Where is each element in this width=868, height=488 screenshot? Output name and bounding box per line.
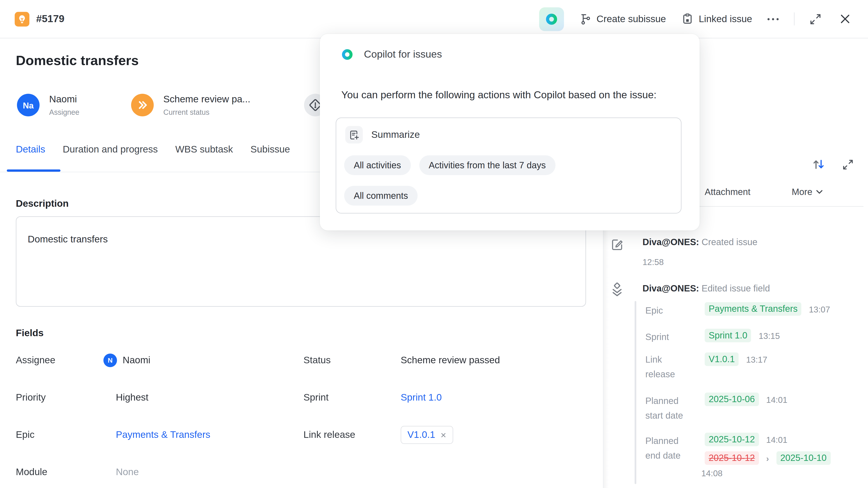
change-chip: Sprint 1.0 bbox=[705, 329, 751, 342]
field-value-link-release: V1.0.1 ✕ bbox=[401, 426, 586, 444]
release-tag-remove-icon[interactable]: ✕ bbox=[440, 431, 446, 439]
change-label-planned-end: Planned end date bbox=[645, 434, 694, 463]
panel-expand-button[interactable] bbox=[839, 156, 856, 173]
field-label-status: Status bbox=[304, 355, 401, 366]
change-time: 13:07 bbox=[809, 304, 830, 314]
field-value-sprint: Sprint 1.0 bbox=[401, 392, 586, 403]
status-caption: Current status bbox=[163, 108, 250, 117]
field-label-module: Module bbox=[16, 466, 103, 478]
summarize-chip-row: All comments bbox=[344, 186, 418, 206]
release-tag-label: V1.0.1 bbox=[408, 429, 435, 441]
activity-indent-line bbox=[635, 301, 637, 484]
field-assignee-name: Naomi bbox=[123, 355, 151, 366]
description-label: Description bbox=[16, 198, 69, 210]
field-value-module[interactable]: None bbox=[103, 466, 304, 478]
copilot-popup: Copilot for issues You can perform the f… bbox=[320, 34, 700, 230]
change-time: 14:08 bbox=[702, 468, 723, 478]
linked-issue-clipboard-icon bbox=[682, 13, 694, 25]
field-label-link-release: Link release bbox=[304, 429, 401, 441]
assignee-caption: Assignee bbox=[49, 108, 80, 117]
change-value-planned-end-revision: 2025-10-12 › 2025-10-10 bbox=[705, 451, 831, 465]
epic-link[interactable]: Payments & Transfers bbox=[116, 429, 211, 441]
status-meta[interactable]: Scheme review pa... Current status bbox=[131, 94, 250, 116]
field-value-priority[interactable]: Highest bbox=[103, 392, 304, 403]
chip-all-comments[interactable]: All comments bbox=[344, 186, 418, 206]
status-name: Scheme review pa... bbox=[163, 94, 250, 105]
tab-duration-and-progress[interactable]: Duration and progress bbox=[63, 144, 158, 156]
change-value-planned-start: 2025-10-06 14:01 bbox=[705, 393, 787, 406]
summarize-action[interactable]: Summarize bbox=[345, 126, 420, 144]
release-tag[interactable]: V1.0.1 ✕ bbox=[401, 426, 454, 444]
change-chip: 2025-10-12 bbox=[705, 433, 759, 446]
linked-issue-button[interactable]: Linked issue bbox=[682, 13, 752, 25]
fields-label: Fields bbox=[16, 328, 43, 339]
edit-icon bbox=[610, 238, 624, 252]
close-button[interactable] bbox=[836, 10, 853, 27]
issue-modal: #5179 bbox=[0, 0, 868, 488]
attachment-tab-label: Attachment bbox=[705, 187, 750, 197]
create-subissue-label: Create subissue bbox=[596, 13, 666, 25]
tab-attachment[interactable]: Attachment bbox=[705, 187, 750, 197]
assignee-name: Naomi bbox=[49, 94, 80, 105]
fields-grid: Assignee N Naomi Status Scheme review pa… bbox=[16, 342, 586, 488]
field-label-assignee: Assignee bbox=[16, 355, 103, 366]
sort-button[interactable] bbox=[810, 156, 827, 173]
change-value-sprint: Sprint 1.0 13:15 bbox=[705, 329, 780, 342]
field-value-assignee[interactable]: N Naomi bbox=[103, 354, 304, 367]
change-chip: Payments & Transfers bbox=[705, 302, 802, 316]
active-tab-underline bbox=[7, 169, 61, 172]
tab-bar: Details Duration and progress WBS subtas… bbox=[16, 144, 290, 156]
activity-user: Diva@ONES: bbox=[643, 284, 699, 293]
expand-icon bbox=[809, 13, 822, 25]
field-value-status[interactable]: Scheme review passed bbox=[401, 355, 586, 366]
expand-button[interactable] bbox=[807, 10, 824, 27]
panel-expand-icon bbox=[842, 158, 854, 170]
field-status-text: Scheme review passed bbox=[401, 355, 500, 366]
more-button[interactable] bbox=[765, 10, 782, 27]
field-priority-text: Highest bbox=[116, 392, 149, 403]
sprint-link[interactable]: Sprint 1.0 bbox=[401, 392, 442, 403]
change-time: 13:17 bbox=[746, 355, 767, 364]
change-label-planned-start: Planned start date bbox=[645, 394, 694, 423]
description-value: Domestic transfers bbox=[28, 234, 108, 245]
change-label-link-release: Link release bbox=[645, 352, 685, 382]
chip-all-activities[interactable]: All activities bbox=[344, 156, 411, 175]
chip-activities-last-7-days[interactable]: Activities from the last 7 days bbox=[419, 156, 555, 175]
issue-id: #5179 bbox=[36, 13, 64, 25]
activity-row: Diva@ONES: Edited issue field bbox=[643, 284, 770, 294]
field-module-text: None bbox=[116, 466, 139, 478]
layers-icon bbox=[610, 283, 624, 296]
copilot-ring-icon bbox=[545, 13, 558, 25]
issue-chip: #5179 bbox=[15, 11, 64, 26]
field-label-priority: Priority bbox=[16, 392, 103, 403]
copilot-popup-title: Copilot for issues bbox=[364, 48, 442, 61]
change-time: 14:01 bbox=[766, 435, 787, 445]
change-label-epic: Epic bbox=[645, 303, 694, 318]
summarize-doc-icon bbox=[345, 126, 363, 144]
topbar-actions: Create subissue Linked issue bbox=[539, 7, 853, 31]
assignee-avatar: Na bbox=[17, 94, 39, 116]
subissue-tree-icon bbox=[580, 13, 592, 25]
lightbulb-icon bbox=[15, 11, 29, 26]
copilot-popup-header: Copilot for issues bbox=[341, 48, 442, 61]
field-label-epic: Epic bbox=[16, 429, 103, 441]
activity-user: Diva@ONES: bbox=[643, 237, 699, 247]
topbar-divider bbox=[794, 12, 795, 26]
change-label-sprint: Sprint bbox=[645, 330, 694, 345]
summarize-label: Summarize bbox=[371, 129, 420, 140]
change-arrow-icon: › bbox=[766, 453, 769, 463]
change-value-link-release: V1.0.1 13:17 bbox=[705, 352, 767, 366]
copilot-button[interactable] bbox=[539, 7, 564, 31]
linked-issue-label: Linked issue bbox=[699, 13, 752, 25]
copilot-popup-body: You can perform the following actions wi… bbox=[341, 86, 669, 105]
tab-details[interactable]: Details bbox=[16, 144, 45, 156]
more-tab-label: More bbox=[792, 187, 812, 197]
tab-more[interactable]: More bbox=[792, 187, 823, 197]
chevron-down-icon bbox=[816, 190, 823, 194]
tab-subissue[interactable]: Subissue bbox=[250, 144, 290, 156]
activity-time: 12:58 bbox=[643, 257, 664, 267]
copilot-ring-icon bbox=[341, 48, 353, 61]
assignee-meta[interactable]: Na Naomi Assignee bbox=[17, 94, 79, 116]
tab-wbs-subtask[interactable]: WBS subtask bbox=[175, 144, 233, 156]
create-subissue-button[interactable]: Create subissue bbox=[580, 13, 666, 25]
